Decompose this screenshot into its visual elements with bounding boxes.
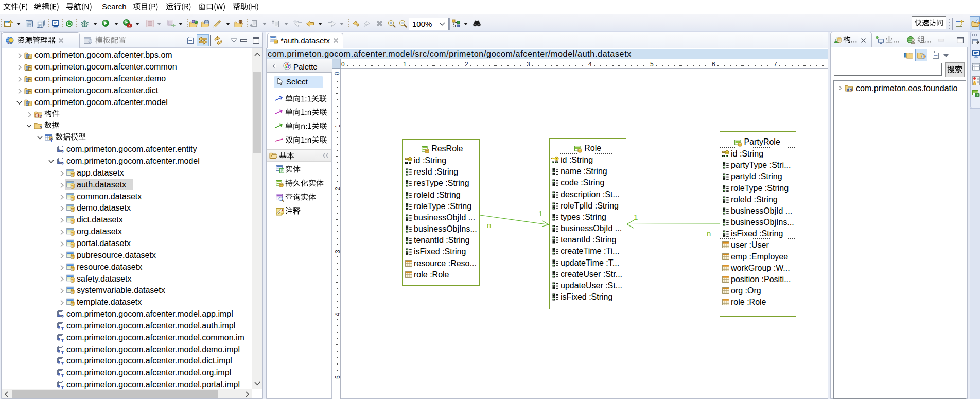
svg-text:?: ? xyxy=(61,149,64,154)
svg-text:?: ? xyxy=(61,161,64,165)
svg-text:?: ? xyxy=(61,337,64,342)
svg-text:n: n xyxy=(707,229,711,238)
svg-text:n: n xyxy=(487,221,491,230)
svg-text:?: ? xyxy=(50,137,54,142)
svg-text:?: ? xyxy=(61,325,64,330)
svg-text:?: ? xyxy=(61,349,64,354)
svg-text:?: ? xyxy=(39,126,42,130)
svg-text:1: 1 xyxy=(634,213,638,221)
svg-text:1: 1 xyxy=(538,209,542,218)
svg-text:?: ? xyxy=(61,373,64,377)
svg-text:?: ? xyxy=(61,385,64,389)
svg-text:?: ? xyxy=(61,314,64,319)
svg-text:?: ? xyxy=(61,361,64,366)
svg-text:?: ? xyxy=(850,88,852,92)
svg-text:?: ? xyxy=(39,114,42,118)
